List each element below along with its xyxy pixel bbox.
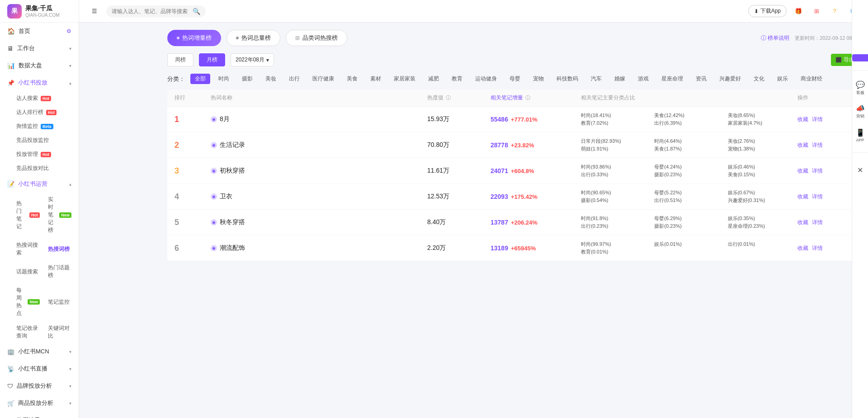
logo-icon: 果 [7,4,22,19]
rank-number: 1 [175,115,211,124]
cat-hobby[interactable]: 兴趣爱好 [715,74,745,84]
sidebar-item-product-ads[interactable]: 🛒 商品投放分析 ▾ [0,395,79,412]
related-info-icon[interactable]: ⓘ [525,95,530,100]
cat-all[interactable]: 全部 [190,74,210,84]
download-app-button[interactable]: ⬇ 下载App [748,5,787,17]
tags-grid: 时尚(18.41%) 美食(12.42%) 美妆(8.65%) 教育(7.02%… [581,112,797,127]
cat-tech[interactable]: 科技数码 [552,74,583,84]
chart-explain-link[interactable]: ⓘ 榜单说明 [761,34,789,42]
cat-food[interactable]: 美食 [342,74,362,84]
cat-beauty[interactable]: 美妆 [261,74,281,84]
keyword-text: 卫衣 [220,193,232,201]
sidebar-item-live[interactable]: 📡 小红书直播 ▾ [0,360,79,377]
action-cell: 收藏 详情 [797,193,852,201]
cat-game[interactable]: 游戏 [633,74,653,84]
cat-entertainment[interactable]: 娱乐 [773,74,793,84]
chevron-down-icon: ▾ [69,366,71,371]
cat-pet[interactable]: 宠物 [528,74,548,84]
sidebar-item-workbench[interactable]: 🖥 工作台 ▾ [0,40,79,57]
collect-button[interactable]: 收藏 [797,116,808,123]
tab-hot-increase[interactable]: 热词增量榜 [167,30,221,46]
tab-category-hot[interactable]: ⊞ 品类词热搜榜 [286,30,347,46]
sidebar-item-hot-search[interactable]: 热搜词搜索 [16,238,47,260]
menu-toggle[interactable]: ☰ [88,5,101,18]
gift-icon[interactable]: 🎁 [792,5,805,18]
sidebar-item-ad-management[interactable]: 投放管理Hot [16,147,79,161]
sidebar-item-weekly-hot[interactable]: 每周热点New [16,283,47,320]
sidebar-item-note-record[interactable]: 笔记收录查询 [16,321,47,343]
keyword-text: 初秋穿搭 [220,167,245,175]
date-select[interactable]: 2022年08月 ▾ [231,53,274,66]
apps-icon[interactable]: ⊞ [810,5,823,18]
cat-health[interactable]: 医疗健康 [308,74,339,84]
cat-baby[interactable]: 母婴 [505,74,525,84]
cat-news[interactable]: 资讯 [691,74,711,84]
heat-info-icon[interactable]: ⓘ [446,95,451,100]
cat-car[interactable]: 汽车 [586,74,606,84]
sidebar-item-purchase[interactable]: 🛍 购买续费 [0,412,79,418]
help-question-icon[interactable]: ? [828,5,841,18]
cat-material[interactable]: 素材 [366,74,386,84]
period-week-button[interactable]: 周榜 [167,53,193,66]
tab-hot-total[interactable]: 热词总量榜 [226,30,280,46]
sidebar-item-realtime-notes[interactable]: 实时笔记榜New [48,193,79,237]
grid-icon: ⊞ [295,35,300,41]
cat-education[interactable]: 教育 [447,74,467,84]
detail-button[interactable]: 详情 [812,116,823,123]
sidebar-item-competitor-monitor[interactable]: 竞品投放监控 [16,133,79,147]
collect-button[interactable]: 收藏 [797,141,808,149]
sidebar-item-keyword-compare[interactable]: 关键词对比 [48,321,79,343]
cat-culture[interactable]: 文化 [749,74,769,84]
table-header: 排行 热词名称 热度值 ⓘ 相关笔记增量 ⓘ 相关笔记主要分类占比 操作 [167,89,859,107]
sidebar-item-competitor-compare[interactable]: 竞品投放对比 [16,161,79,175]
sidebar-item-influencer-rank[interactable]: 达人排行榜Hot [16,105,79,119]
col-tags: 相关笔记主要分类占比 [581,94,797,102]
chevron-down-icon: ▾ [266,57,269,63]
detail-button[interactable]: 详情 [812,141,823,149]
detail-button[interactable]: 详情 [812,244,823,252]
sidebar-item-hot-notes[interactable]: 热门笔记Hot [16,193,47,237]
compare-button[interactable]: 对比 [852,54,868,61]
cat-fashion[interactable]: 时尚 [214,74,234,84]
sidebar-item-brand-ads[interactable]: 🛡 品牌投放分析 ▾ [0,377,79,395]
collect-button[interactable]: 收藏 [797,167,808,175]
sidebar-item-note-monitor[interactable]: 笔记监控 [48,283,79,320]
collect-button[interactable]: 收藏 [797,244,808,252]
sidebar-item-topic-rank[interactable]: 热门话题榜 [48,261,79,282]
sales-button[interactable]: 📣 营销 [852,103,868,120]
cat-photo[interactable]: 摄影 [237,74,257,84]
sidebar-item-home[interactable]: 🏠 首页 ⚙ [0,23,79,40]
tags-grid: 时尚(99.97%) 娱乐(0.01%) 出行(0.01%) 教育(0.01%) [581,241,797,255]
sidebar-item-topic-search[interactable]: 话题搜索 [16,261,47,282]
detail-button[interactable]: 详情 [812,193,823,201]
cat-astro[interactable]: 星座命理 [657,74,688,84]
cat-home[interactable]: 家居家装 [389,74,420,84]
table-row: 4 ◉ 卫衣 12.53万 22093 +175.42% 时尚(90.65%) … [167,184,859,210]
cat-diet[interactable]: 减肥 [424,74,443,84]
cat-travel[interactable]: 出行 [284,74,304,84]
sidebar-item-hot-search-rank[interactable]: 热搜词榜 [48,238,79,260]
search-icon[interactable]: 🔍 [193,8,200,15]
sidebar-item-sentiment[interactable]: 舆情监控Beta [16,119,79,133]
sidebar-item-ops[interactable]: 📝 小红书运营 ▴ [0,175,79,193]
cat-business[interactable]: 商业财经 [796,74,827,84]
sidebar-item-mcn[interactable]: 🏢 小红书MCN ▾ [0,343,79,360]
cat-sport[interactable]: 运动健身 [471,74,501,84]
detail-button[interactable]: 详情 [812,167,823,175]
collapse-button[interactable]: ✕ [852,162,868,178]
customer-service-button[interactable]: 💬 客服 [852,80,868,96]
ops-submenu: 热门笔记Hot 实时笔记榜New 热搜词搜索 热搜词榜 话题搜索 热门话题榜 每… [0,193,79,343]
sidebar-item-data-board[interactable]: 📊 数据大盘 ▾ [0,57,79,74]
search-input[interactable] [112,8,190,14]
cat-wedding[interactable]: 婚嫁 [610,74,630,84]
period-month-button[interactable]: 月榜 [199,53,225,66]
action-cell: 收藏 详情 [797,141,852,149]
collect-button[interactable]: 收藏 [797,193,808,201]
tab-row: 热词增量榜 热词总量榜 ⊞ 品类词热搜榜 ⓘ 榜单说明 更新时间：2022-09… [167,30,859,46]
sidebar-item-influencer-search[interactable]: 达人搜索Hot [16,91,79,105]
collect-button[interactable]: 收藏 [797,219,808,226]
chevron-down-icon: ▾ [69,384,71,389]
detail-button[interactable]: 详情 [812,219,823,226]
sidebar-item-ads[interactable]: 📌 小红书投放 ▴ [0,74,79,91]
app-button[interactable]: 📱 APP [852,127,868,143]
